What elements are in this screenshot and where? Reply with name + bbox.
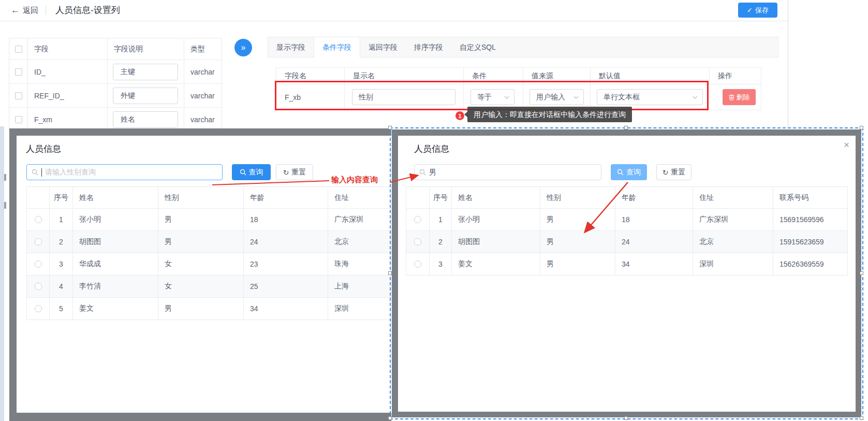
col-header-age: 年龄: [615, 187, 693, 209]
radio-column-header: [406, 187, 430, 209]
col-header-actions: 操作: [710, 68, 761, 84]
col-header-gender: 性别: [158, 187, 244, 209]
search-placeholder: 请输入性别查询: [45, 168, 96, 177]
table-row: 3 姜文 男 34 深圳 15626369559: [406, 253, 848, 275]
cell-gender: 男: [158, 231, 244, 253]
selection-handle[interactable]: [860, 126, 863, 129]
cell-index: 2: [50, 231, 73, 253]
tab-sort-fields[interactable]: 排序字段: [406, 37, 451, 58]
table-row: 2 胡图图 男 24 北京: [27, 231, 411, 253]
selection-handle[interactable]: [388, 126, 392, 129]
field-name: ID_: [28, 60, 108, 84]
cell-address: 深圳: [693, 253, 773, 275]
selection-handle[interactable]: [388, 416, 392, 420]
condition-field-name: F_xb: [276, 84, 345, 110]
row-radio[interactable]: [414, 216, 421, 223]
value-source-select-value: 用户输入: [536, 93, 565, 102]
cell-phone: 15691569596: [773, 209, 848, 231]
table-row: 3 华成成 女 23 珠海: [27, 253, 411, 275]
reset-button[interactable]: ↻ 重置: [276, 164, 313, 180]
col-header-value-source: 值来源: [523, 68, 591, 84]
cell-index: 3: [430, 253, 452, 275]
col-header-phone: 联系号码: [773, 187, 848, 209]
selection-handle[interactable]: [624, 126, 628, 129]
chevron-down-icon: [692, 94, 698, 100]
delete-button[interactable]: 删除: [723, 89, 756, 105]
field-desc-input[interactable]: 主键: [113, 64, 178, 80]
save-button[interactable]: ✓ 保存: [738, 3, 777, 18]
row-radio[interactable]: [35, 260, 42, 268]
cell-name: 胡图图: [73, 231, 158, 253]
col-header-address: 住址: [693, 187, 773, 209]
row-radio[interactable]: [35, 238, 42, 245]
row-radio[interactable]: [35, 305, 42, 312]
title-divider: [46, 6, 46, 15]
back-button[interactable]: ← 返回: [11, 5, 38, 16]
cell-index: 3: [50, 253, 73, 275]
expand-button[interactable]: »: [234, 39, 252, 56]
tab-return-fields[interactable]: 返回字段: [360, 37, 406, 58]
value-source-select[interactable]: 用户输入: [529, 89, 584, 105]
field-name: REF_ID_: [28, 84, 108, 108]
cell-name: 华成成: [73, 253, 158, 275]
cell-address: 北京: [693, 231, 773, 253]
double-chevron-right-icon: »: [241, 43, 246, 52]
personnel-table: 序号 姓名 性别 年龄 住址 1 张小明 男 18 广东深圳 2 胡图图 男 2…: [26, 186, 411, 320]
cell-gender: 女: [158, 275, 244, 298]
tab-condition-fields[interactable]: 条件字段: [314, 37, 360, 58]
default-value-select[interactable]: 单行文本框: [597, 89, 703, 105]
cell-gender: 男: [158, 209, 244, 231]
right-dialog: 人员信息 × 男 查询 ↻ 重置 序号 姓名 性别 年龄 住址 联系号码: [398, 136, 856, 412]
row-radio[interactable]: [414, 238, 421, 245]
cell-age: 24: [615, 231, 693, 253]
field-type: varchar: [184, 60, 222, 84]
col-header-index: 序号: [430, 187, 452, 209]
callout-number-badge: 1: [455, 111, 464, 120]
reset-label: 重置: [291, 168, 306, 177]
tab-custom-sql[interactable]: 自定义SQL: [451, 37, 504, 58]
text-caret: [41, 168, 42, 177]
search-input[interactable]: 请输入性别查询: [26, 164, 223, 180]
col-header-name: 姓名: [73, 187, 158, 209]
search-input[interactable]: 男: [414, 164, 601, 180]
col-header-age: 年龄: [244, 187, 328, 209]
default-value-select-value: 单行文本框: [604, 93, 640, 102]
selection-handle[interactable]: [388, 271, 392, 275]
selection-handle[interactable]: [624, 416, 628, 420]
condition-table: 字段名 显示名 条件 值来源 默认值 操作 F_xb 性别 等于 用户输入: [276, 67, 761, 110]
personnel-table: 序号 姓名 性别 年龄 住址 联系号码 1 张小明 男 18 广东深圳 1569…: [406, 186, 848, 275]
radio-column-header: [27, 187, 50, 209]
field-desc-input[interactable]: 姓名: [113, 111, 178, 128]
cell-age: 34: [615, 253, 693, 275]
condition-select-value: 等于: [477, 93, 492, 102]
row-radio[interactable]: [414, 260, 421, 268]
topbar: ← 返回 人员信息-设置列 ✓ 保存: [0, 0, 788, 21]
display-name-input[interactable]: 性别: [352, 89, 455, 105]
search-icon: [419, 169, 426, 176]
condition-select[interactable]: 等于: [470, 89, 514, 105]
table-row: REF_ID_ 外键 varchar: [9, 84, 222, 108]
cell-name: 胡图图: [452, 231, 540, 253]
select-all-checkbox[interactable]: [15, 46, 22, 53]
refresh-icon: ↻: [283, 168, 289, 177]
row-checkbox[interactable]: [15, 92, 22, 99]
cell-index: 1: [430, 209, 452, 231]
query-button[interactable]: 查询: [232, 164, 271, 180]
selection-handle[interactable]: [860, 271, 863, 275]
reset-button[interactable]: ↻ 重置: [656, 164, 692, 180]
search-icon: [240, 169, 246, 176]
tooltip-arrow: [464, 111, 468, 118]
cell-address: 广东深圳: [693, 209, 773, 231]
cell-age: 25: [244, 275, 328, 298]
field-desc-input[interactable]: 外键: [113, 88, 178, 104]
row-radio[interactable]: [35, 216, 42, 223]
selection-handle[interactable]: [860, 416, 863, 420]
tab-display-fields[interactable]: 显示字段: [268, 37, 314, 58]
row-checkbox[interactable]: [15, 116, 22, 123]
cell-gender: 男: [540, 253, 615, 275]
query-button[interactable]: 查询: [611, 164, 647, 180]
col-header-display-name: 显示名: [345, 68, 464, 84]
row-checkbox[interactable]: [15, 68, 22, 76]
row-radio[interactable]: [35, 283, 42, 290]
close-icon[interactable]: ×: [844, 140, 849, 150]
